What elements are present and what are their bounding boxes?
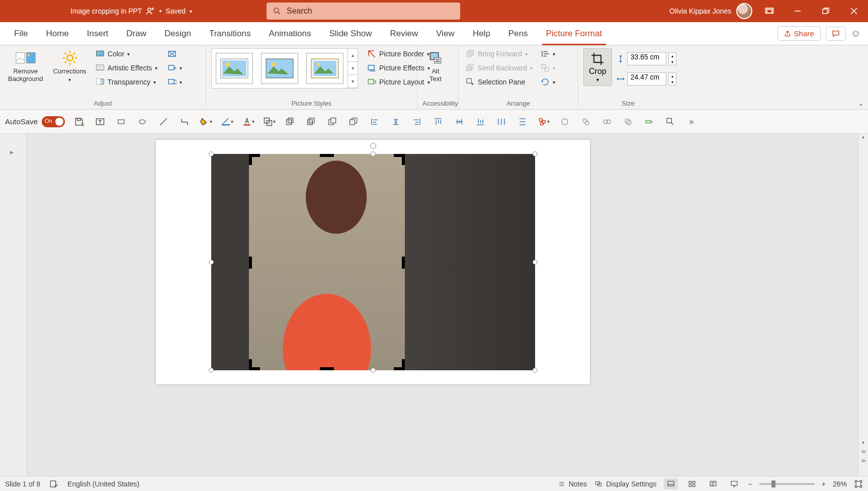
crop-button[interactable]: Crop ▾	[583, 48, 612, 86]
tab-transitions[interactable]: Transitions	[200, 22, 260, 45]
rotation-handle[interactable]	[370, 143, 376, 149]
distribute-horizontal-icon[interactable]	[494, 115, 508, 129]
zoom-level[interactable]: 26%	[833, 480, 847, 488]
normal-view-button[interactable]	[664, 478, 678, 489]
reading-view-button[interactable]	[706, 478, 720, 489]
shape-outline-icon[interactable]: ▾	[220, 115, 234, 129]
thumbnail-strip[interactable]: ▸	[0, 134, 27, 476]
crop-handle-tm[interactable]	[320, 154, 334, 157]
tab-draw[interactable]: Draw	[117, 22, 155, 45]
color-button[interactable]: Color ▾	[94, 48, 159, 59]
ungroup-shapes-icon[interactable]	[579, 115, 593, 129]
bring-forward-icon[interactable]	[325, 115, 339, 129]
transparency-button[interactable]: Transparency ▾	[94, 76, 159, 88]
eyedropper-icon[interactable]: ▾	[537, 115, 551, 129]
vertical-scrollbar[interactable]: ▴ ▾ ≪ ≫	[858, 134, 868, 476]
chevron-down-icon[interactable]: ▾	[190, 9, 192, 14]
zoom-slider-thumb[interactable]	[771, 480, 775, 487]
height-down[interactable]: ▾	[669, 59, 676, 65]
crop-handle-ml[interactable]	[249, 257, 252, 269]
align-bottom-icon[interactable]	[473, 115, 487, 129]
account-area[interactable]: Olivia Kippax Jones	[669, 3, 752, 19]
crop-handle-mr[interactable]	[402, 257, 405, 269]
width-up[interactable]: ▴	[669, 73, 676, 79]
feedback-icon[interactable]: ☺	[851, 28, 861, 39]
minimize-button[interactable]	[784, 0, 812, 22]
autosave-toggle[interactable]: On	[42, 116, 65, 127]
selection-handle-bm[interactable]	[371, 368, 376, 373]
comments-button[interactable]	[826, 27, 846, 41]
tab-home[interactable]: Home	[37, 22, 77, 45]
selection-handle-tm[interactable]	[371, 151, 376, 156]
send-backward-button[interactable]: Send Backward ▾	[464, 62, 535, 73]
width-field[interactable]: 24.47 cm ▴▾	[616, 72, 676, 86]
gallery-more[interactable]: ▾	[348, 75, 358, 88]
close-button[interactable]	[840, 0, 868, 22]
crop-handle-bm[interactable]	[320, 367, 334, 370]
merge-shapes-icon[interactable]: ▾	[262, 115, 276, 129]
slide-canvas[interactable]	[156, 140, 590, 384]
corrections-button[interactable]: Corrections ▾	[50, 48, 89, 85]
rotate-button[interactable]: ▾	[539, 76, 557, 88]
format-painter-icon[interactable]	[642, 115, 656, 129]
align-button[interactable]: ▾	[539, 48, 557, 59]
expand-thumbnails-icon[interactable]: ▸	[10, 148, 14, 156]
line-shape-icon[interactable]	[156, 115, 170, 129]
tab-file[interactable]: File	[5, 22, 37, 45]
reset-picture-button[interactable]: ▾	[165, 76, 184, 88]
fit-to-window-button[interactable]	[854, 480, 863, 488]
change-picture-button[interactable]: ▾	[165, 62, 184, 73]
tab-view[interactable]: View	[427, 22, 464, 45]
gallery-scroll-down[interactable]: ▾	[348, 62, 358, 75]
width-value[interactable]: 24.47 cm	[627, 72, 666, 86]
tab-insert[interactable]: Insert	[78, 22, 118, 45]
tab-slide-show[interactable]: Slide Show	[320, 22, 381, 45]
height-field[interactable]: 33.65 cm ▴▾	[616, 52, 676, 65]
tab-help[interactable]: Help	[464, 22, 499, 45]
intersect-icon[interactable]	[621, 115, 635, 129]
align-right-icon[interactable]	[410, 115, 424, 129]
bring-forward-button[interactable]: Bring Forward ▾	[464, 48, 535, 59]
selection-handle-ml[interactable]	[209, 260, 214, 265]
display-settings-button[interactable]: Display Settings	[594, 480, 656, 488]
distribute-vertical-icon[interactable]	[515, 115, 530, 129]
selection-handle-tl[interactable]	[209, 151, 214, 156]
ribbon-display-options-icon[interactable]	[764, 6, 774, 16]
tab-picture-format[interactable]: Picture Format	[537, 22, 611, 45]
picture-styles-gallery[interactable]: ▴ ▾ ▾	[211, 48, 358, 89]
align-center-icon[interactable]	[389, 115, 403, 129]
align-top-icon[interactable]	[431, 115, 445, 129]
height-up[interactable]: ▴	[669, 53, 676, 59]
scroll-up-icon[interactable]: ▴	[858, 134, 868, 143]
selection-handle-mr[interactable]	[533, 260, 538, 265]
crop-handle-tl2[interactable]	[249, 154, 260, 157]
slideshow-view-button[interactable]	[727, 478, 741, 489]
zoom-in-button[interactable]: +	[822, 480, 826, 488]
gallery-item-1[interactable]	[216, 53, 253, 84]
gallery-item-2[interactable]	[261, 53, 298, 84]
more-commands-icon[interactable]: »	[684, 115, 699, 129]
slide-sorter-view-button[interactable]	[685, 478, 699, 489]
remove-background-button[interactable]: Remove Background	[5, 48, 46, 85]
slide-indicator[interactable]: Slide 1 of 8	[5, 480, 40, 488]
height-value[interactable]: 33.65 cm	[627, 52, 666, 65]
oval-shape-icon[interactable]	[135, 115, 149, 129]
align-left-icon[interactable]	[368, 115, 382, 129]
width-down[interactable]: ▾	[669, 79, 676, 85]
tab-pens[interactable]: Pens	[499, 22, 537, 45]
crop-handle-br2[interactable]	[402, 359, 405, 370]
elbow-connector-icon[interactable]	[178, 115, 192, 129]
artistic-effects-button[interactable]: Artistic Effects ▾	[94, 62, 159, 73]
crop-handle-tr2[interactable]	[402, 154, 405, 165]
prev-slide-icon[interactable]: ≪	[858, 449, 868, 458]
rectangle-shape-icon[interactable]	[114, 115, 128, 129]
save-status[interactable]: Saved	[165, 7, 186, 15]
spellcheck-icon[interactable]	[49, 479, 58, 488]
selection-pane-qat-icon[interactable]	[663, 115, 677, 129]
crop-handle-bl2[interactable]	[249, 367, 260, 370]
align-middle-icon[interactable]	[452, 115, 466, 129]
group-shapes-icon[interactable]	[558, 115, 572, 129]
crop-area[interactable]	[249, 154, 405, 370]
selection-pane-button[interactable]: Selection Pane	[464, 76, 535, 88]
alt-text-button[interactable]: Alt Text	[422, 48, 449, 85]
